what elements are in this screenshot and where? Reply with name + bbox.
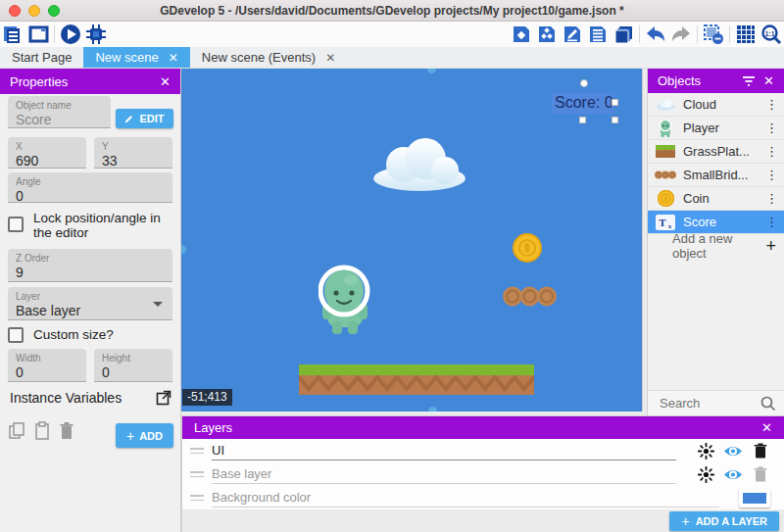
- close-panel-icon[interactable]: ✕: [761, 420, 772, 435]
- width-field[interactable]: Width 0: [8, 349, 86, 382]
- object-row-grassplatform[interactable]: GrassPlat... ⋮: [648, 140, 784, 164]
- object-menu-icon[interactable]: ⋮: [765, 147, 778, 157]
- layer-delete-icon[interactable]: [751, 443, 770, 459]
- layer-effects-icon[interactable]: [696, 443, 715, 459]
- small-bridge-thumbnail-icon: [654, 170, 677, 179]
- variables-actions: [8, 421, 74, 441]
- grid-icon: [736, 24, 756, 44]
- debug-button[interactable]: [83, 23, 109, 46]
- layer-row-background-color: [182, 486, 784, 509]
- field-label: Y: [102, 141, 165, 153]
- preview-button[interactable]: [58, 23, 83, 46]
- object-row-coin[interactable]: Coin ⋮: [648, 187, 784, 211]
- field-value: 33: [102, 153, 165, 169]
- layer-visibility-icon[interactable]: [723, 444, 743, 459]
- drag-handle-icon[interactable]: [190, 471, 204, 477]
- rotate-handle[interactable]: [580, 79, 588, 87]
- angle-field[interactable]: Angle 0: [8, 172, 172, 203]
- player-thumbnail-icon: [654, 120, 677, 137]
- open-in-new-icon[interactable]: [156, 390, 172, 406]
- edit-object-button[interactable]: EDIT: [116, 109, 173, 128]
- coin-object[interactable]: [513, 233, 542, 263]
- lock-position-checkbox[interactable]: [8, 217, 24, 232]
- scene-canvas[interactable]: Score: 0 -51;413: [181, 69, 642, 411]
- score-text-object[interactable]: Score: 0: [555, 94, 613, 112]
- start-page-button[interactable]: [25, 23, 51, 46]
- add-variable-button[interactable]: + ADD: [116, 423, 173, 448]
- layers-panel-button[interactable]: [611, 23, 636, 46]
- z-order-field[interactable]: Z Order 9: [8, 249, 172, 282]
- object-name: Score: [683, 215, 760, 229]
- layer-effects-icon[interactable]: [696, 466, 715, 483]
- small-bridge-object[interactable]: [503, 286, 557, 307]
- y-position-field[interactable]: Y 33: [94, 137, 172, 169]
- object-menu-icon[interactable]: ⋮: [765, 123, 778, 133]
- objects-search-row: [648, 390, 784, 415]
- object-groups-button[interactable]: [560, 23, 585, 46]
- player-object[interactable]: [318, 265, 371, 335]
- close-window-button[interactable]: [9, 5, 21, 17]
- cloud-object[interactable]: [371, 135, 467, 192]
- grass-platform-object[interactable]: [299, 364, 534, 395]
- project-manager-button[interactable]: [0, 23, 25, 46]
- plus-icon: +: [126, 428, 134, 444]
- layer-visibility-icon[interactable]: [723, 467, 743, 482]
- zoom-original-button[interactable]: 1:1: [759, 23, 784, 46]
- object-menu-icon[interactable]: ⋮: [765, 170, 778, 180]
- copy-icon[interactable]: [8, 421, 25, 441]
- search-input[interactable]: [660, 396, 760, 411]
- background-color-swatch[interactable]: [739, 489, 770, 508]
- tab-new-scene-events[interactable]: New scene (Events) ✕: [190, 47, 347, 68]
- layer-select[interactable]: Layer Base layer: [8, 287, 172, 320]
- object-name-field[interactable]: Object name Score: [8, 96, 111, 128]
- resize-handle-bottom[interactable]: [579, 117, 586, 123]
- add-layer-label: ADD A LAYER: [696, 515, 767, 527]
- layer-name-input[interactable]: [212, 464, 676, 484]
- resize-handle-corner[interactable]: [612, 117, 618, 123]
- chevron-down-icon: [153, 302, 163, 307]
- toggle-grid-button[interactable]: [733, 23, 759, 46]
- paste-icon[interactable]: [34, 421, 50, 441]
- object-groups-icon: [563, 24, 582, 44]
- tab-start-page[interactable]: Start Page: [0, 47, 83, 68]
- layer-delete-icon[interactable]: [751, 466, 770, 482]
- undo-button[interactable]: [643, 23, 668, 46]
- resize-handle-right[interactable]: [612, 99, 618, 106]
- close-panel-icon[interactable]: ✕: [763, 73, 774, 88]
- instance-properties-button[interactable]: [509, 23, 534, 46]
- object-row-smallbridge[interactable]: SmallBrid... ⋮: [648, 164, 784, 187]
- drag-handle-icon[interactable]: [190, 448, 204, 454]
- object-menu-icon[interactable]: ⋮: [765, 100, 778, 110]
- layer-name-input[interactable]: [212, 441, 676, 460]
- deselect-all-button[interactable]: [701, 23, 726, 46]
- object-row-player[interactable]: Player ⋮: [648, 117, 784, 140]
- x-position-field[interactable]: X 690: [8, 137, 86, 169]
- trash-icon[interactable]: [59, 421, 74, 441]
- object-menu-icon[interactable]: ⋮: [765, 218, 778, 227]
- object-name: Cloud: [683, 97, 760, 112]
- maximize-window-button[interactable]: [48, 5, 60, 17]
- tab-new-scene[interactable]: New scene ✕: [83, 47, 189, 68]
- scroll-dot-top[interactable]: [427, 69, 436, 73]
- svg-text:x: x: [668, 221, 672, 229]
- layers-panel: Layers ✕ + ADD A LAYER: [181, 415, 784, 532]
- object-name: SmallBrid...: [683, 168, 760, 182]
- object-row-cloud[interactable]: Cloud ⋮: [648, 93, 784, 117]
- add-layer-button[interactable]: + ADD A LAYER: [669, 511, 779, 531]
- minimize-window-button[interactable]: [28, 5, 40, 17]
- height-field[interactable]: Height 0: [94, 349, 172, 382]
- close-tab-icon[interactable]: ✕: [325, 51, 335, 65]
- add-object-row[interactable]: Add a new object +: [648, 234, 784, 258]
- instances-list-button[interactable]: [585, 23, 611, 46]
- panel-title: Layers: [194, 420, 232, 435]
- filter-icon[interactable]: [742, 75, 756, 87]
- scroll-dot-bottom[interactable]: [428, 407, 437, 411]
- redo-button[interactable]: [668, 23, 694, 46]
- close-tab-icon[interactable]: ✕: [169, 51, 178, 65]
- object-menu-icon[interactable]: ⋮: [765, 194, 778, 204]
- custom-size-checkbox[interactable]: [8, 327, 24, 343]
- scroll-dot-left[interactable]: [181, 245, 186, 254]
- close-panel-icon[interactable]: ✕: [160, 74, 171, 89]
- layers-header: Layers ✕: [182, 416, 784, 439]
- objects-list-button[interactable]: [534, 23, 560, 46]
